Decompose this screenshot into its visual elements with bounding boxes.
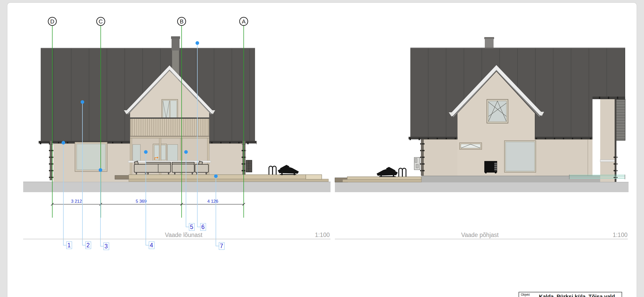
view-scale-north: 1:100 [613, 232, 628, 238]
porch [128, 138, 211, 175]
marker-7-label: 7 [220, 243, 223, 249]
view-title-north: Vaade põhjast [461, 232, 499, 238]
grid-label-A: A [242, 18, 246, 25]
grid-bubble-A: A [240, 17, 248, 26]
grid-label-D: D [50, 18, 54, 25]
marker-3: 3 [104, 243, 109, 250]
marker-2: 2 [86, 242, 91, 249]
drawing-viewer: D C B A 3 212 5 369 4 126 [0, 0, 644, 297]
title-block-label: Objekt [521, 293, 530, 296]
grid-bubble-B: B [177, 17, 186, 26]
terrace [115, 175, 328, 182]
marker-5-label: 5 [190, 224, 193, 230]
view-title-south: Vaade lõunast [165, 232, 202, 238]
elevation-drawing-canvas: D C B A 3 212 5 369 4 126 [0, 0, 644, 297]
grid-label-C: C [99, 18, 103, 25]
view-scale-south: 1:100 [315, 232, 330, 238]
marker-5: 5 [189, 223, 194, 231]
title-block: Objekt Kalda, Pürksi küla, Tõisa vald [519, 292, 622, 297]
marker-4-label: 4 [150, 242, 153, 249]
ground-strip-right [335, 182, 629, 192]
downspout-right-elev [420, 139, 425, 176]
ground-strip [23, 182, 331, 192]
terrace-right-elev [335, 177, 421, 182]
marker-6-label: 6 [201, 224, 205, 230]
dim-B-A: 4 126 [207, 199, 218, 204]
dim-D-C: 3 212 [71, 199, 82, 204]
downspout-left [49, 141, 53, 180]
marker-3-label: 3 [105, 243, 108, 250]
dim-C-B: 5 369 [136, 199, 147, 204]
marker-1-label: 1 [67, 242, 71, 249]
large-window [75, 142, 107, 172]
title-block-value: Kalda, Pürksi küla, Tõisa vald [539, 293, 615, 297]
glazed-door [504, 141, 536, 172]
grid-label-B: B [180, 18, 184, 25]
louver-vent [246, 160, 252, 172]
wall-cabinet [414, 157, 420, 170]
small-window [460, 143, 482, 149]
marker-2-label: 2 [87, 242, 90, 249]
marker-7: 7 [219, 242, 224, 250]
marker-4: 4 [149, 242, 154, 249]
grid-bubble-D: D [48, 17, 56, 26]
grid-bubble-C: C [97, 17, 105, 26]
chimney-right [484, 37, 494, 48]
attic-window-right [487, 99, 508, 123]
marker-1: 1 [66, 242, 72, 249]
marker-6: 6 [200, 223, 206, 231]
heat-pump [485, 161, 497, 173]
